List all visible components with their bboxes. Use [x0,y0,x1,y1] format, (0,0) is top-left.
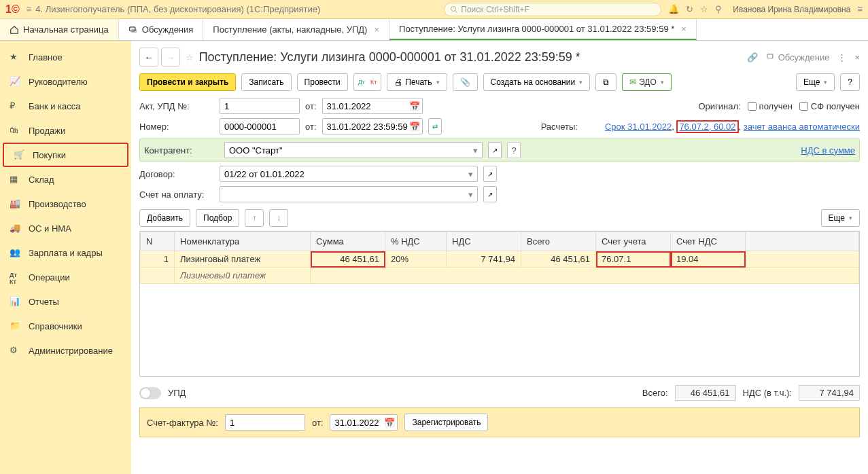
post-close-button[interactable]: Провести и закрыть [139,73,236,91]
contractor-help-button[interactable]: ? [507,142,521,158]
tab-close-icon[interactable]: × [374,24,379,35]
col-vat-pct[interactable]: % НДС [385,232,447,251]
pay-account-input[interactable] [220,186,478,202]
dropdown-icon[interactable]: ▾ [464,188,476,200]
cell-name-sub[interactable]: Лизинговый платеж [175,268,311,284]
dropdown-icon[interactable]: ▾ [464,168,476,180]
calc-advance-link[interactable]: зачет аванса автоматически [744,122,860,132]
sidebar-item-operations[interactable]: ДтКтОперации [0,265,131,289]
invoice-date-input[interactable] [330,414,398,431]
hamburger-icon[interactable]: ≡ [22,4,36,14]
sidebar-item-admin[interactable]: ⚙Администрирование [0,338,131,363]
pick-button[interactable]: Подбор [196,209,239,227]
number-input[interactable] [220,118,300,134]
contract-input[interactable] [220,166,478,182]
close-icon[interactable]: × [854,52,860,62]
dropdown-icon[interactable]: ▾ [469,144,481,156]
discussion-button[interactable]: Обсуждение [766,52,830,62]
attach-button[interactable]: 📎 [453,73,478,91]
col-name[interactable]: Номенклатура [175,232,311,251]
structure-button[interactable]: ⧉ [595,73,617,91]
star-icon[interactable]: ☆ [700,4,708,14]
edo-button[interactable]: ✉ЭДО [622,73,672,91]
open-ref-button[interactable]: ↗ [483,186,497,202]
sidebar-item-salary[interactable]: 👥Зарплата и кадры [0,240,131,265]
cell-vat-acct[interactable]: 19.04 [671,251,746,268]
calc-due-link[interactable]: Срок 31.01.2022 [605,122,672,132]
create-based-button[interactable]: Создать на основании [483,73,591,91]
bag-icon: 🛍 [10,125,22,136]
items-table[interactable]: N Номенклатура Сумма % НДС НДС Всего Сче… [139,231,860,377]
help-button[interactable]: ? [840,73,860,91]
user-dropdown-icon[interactable]: ≡ [857,4,863,14]
add-row-button[interactable]: Добавить [139,209,190,227]
user-name[interactable]: Иванова Ирина Владимировна [733,5,850,14]
sidebar-item-sales[interactable]: 🛍Продажи [0,118,131,143]
history-icon[interactable]: ↻ [686,4,693,14]
calc-accounts-link[interactable]: 76.07.2, 60.02 [676,120,738,133]
register-button[interactable]: Зарегистрировать [404,414,488,431]
tab-receipts[interactable]: Поступление (акты, накладные, УПД) × [203,19,389,40]
tab-discussions[interactable]: Обсуждения [119,19,204,40]
kebab-icon[interactable]: ⋮ [837,52,846,62]
sync-button[interactable]: ⇄ [428,118,442,134]
open-ref-button[interactable]: ↗ [488,142,502,158]
sidebar-item-assets[interactable]: 🚚ОС и НМА [0,216,131,240]
sidebar-item-warehouse[interactable]: ▦Склад [0,167,131,192]
col-total[interactable]: Всего [521,232,596,251]
print-button[interactable]: 🖨Печать [387,73,447,91]
sidebar-label: Зарплата и кадры [29,248,103,258]
act-date-input[interactable] [322,98,423,114]
col-sum[interactable]: Сумма [311,232,385,251]
cell-vat-pct[interactable]: 20% [385,251,447,268]
doc-title: Поступление: Услуги лизинга 0000-000001 … [199,50,742,65]
titlebar: 1© ≡ 4. Лизингополучатель (ППА, без диск… [0,0,868,19]
move-up-button[interactable]: ↑ [245,209,264,227]
col-vat-acct[interactable]: Счет НДС [671,232,746,251]
col-vat[interactable]: НДС [447,232,521,251]
sidebar-item-bank[interactable]: ₽Банк и касса [0,94,131,118]
cell-acct[interactable]: 76.07.1 [596,251,671,268]
number-date-input[interactable] [322,118,423,134]
forward-button[interactable]: → [161,48,180,67]
contractor-input[interactable] [224,142,483,158]
back-button[interactable]: ← [139,48,158,67]
move-down-button[interactable]: ↓ [269,209,288,227]
cell-sum[interactable]: 46 451,61 [311,251,385,268]
table-more-button[interactable]: Еще [821,209,860,227]
cell-n[interactable]: 1 [141,251,175,268]
dtkt-button[interactable]: ДтКт [353,73,382,91]
tab-close-icon[interactable]: × [681,24,687,34]
col-acct[interactable]: Счет учета [596,232,671,251]
table-row-sub[interactable]: Лизинговый платеж [141,268,859,284]
sidebar-item-production[interactable]: 🏭Производство [0,192,131,216]
received-checkbox[interactable]: получен [748,101,793,111]
open-ref-button[interactable]: ↗ [483,166,497,182]
sidebar-item-main[interactable]: ★Главное [0,45,131,69]
post-button[interactable]: Провести [297,73,348,91]
sidebar-label: Продажи [29,126,65,136]
write-button[interactable]: Записать [241,73,291,91]
cell-vat[interactable]: 7 741,94 [447,251,521,268]
cell-name[interactable]: Лизинговый платеж [175,251,311,268]
bell-icon[interactable]: 🔔 [668,4,679,14]
share-icon[interactable]: ⚲ [715,4,722,14]
sidebar-item-purchases[interactable]: 🛒Покупки [3,143,128,167]
sidebar-item-catalogs[interactable]: 📁Справочники [0,314,131,338]
invoice-number-input[interactable] [225,414,305,431]
sf-received-checkbox[interactable]: СФ получен [799,101,860,111]
sidebar-item-reports[interactable]: 📊Отчеты [0,289,131,314]
favorite-star-icon[interactable]: ☆ [186,52,194,62]
upd-toggle[interactable] [139,387,161,399]
sidebar-item-manager[interactable]: 📈Руководителю [0,69,131,94]
more-button[interactable]: Еще [796,73,835,91]
cell-total[interactable]: 46 451,61 [521,251,596,268]
global-search[interactable]: Поиск Ctrl+Shift+F [444,3,661,16]
tab-current-doc[interactable]: Поступление: Услуги лизинга 0000-000001 … [389,19,697,40]
link-icon[interactable]: 🔗 [747,52,758,62]
col-n[interactable]: N [141,232,175,251]
table-row[interactable]: 1 Лизинговый платеж 46 451,61 20% 7 741,… [141,251,859,268]
tab-home[interactable]: Начальная страница [0,19,119,40]
act-number-input[interactable] [220,98,300,114]
nds-link[interactable]: НДС в сумме [801,145,855,156]
